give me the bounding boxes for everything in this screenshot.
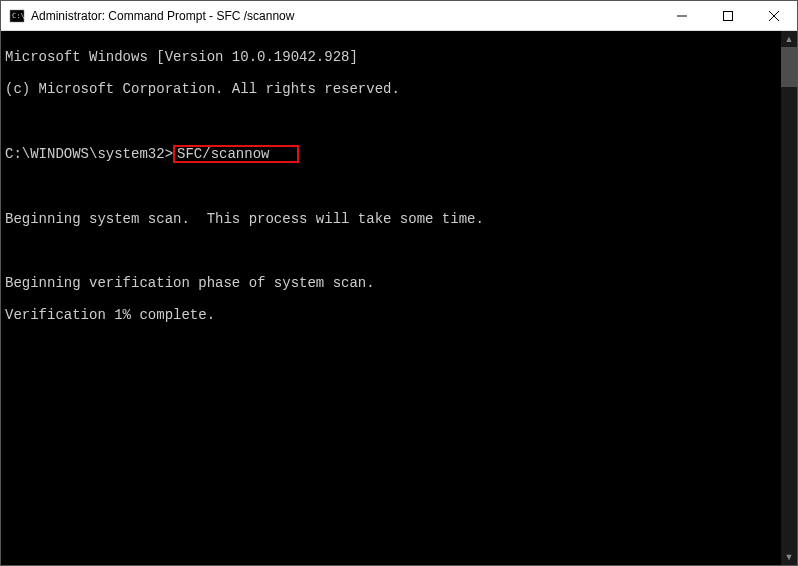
output-line: Beginning verification phase of system s… (5, 275, 777, 291)
maximize-button[interactable] (705, 1, 751, 30)
command-text: SFC/scannow (177, 146, 269, 162)
close-button[interactable] (751, 1, 797, 30)
blank-line (5, 243, 777, 259)
titlebar: C:\ Administrator: Command Prompt - SFC … (1, 1, 797, 31)
prompt-line: C:\WINDOWS\system32>SFC/scannow (5, 145, 777, 163)
app-icon: C:\ (9, 8, 25, 24)
command-prompt-window: C:\ Administrator: Command Prompt - SFC … (0, 0, 798, 566)
vertical-scrollbar[interactable]: ▲ ▼ (781, 31, 797, 565)
scrollbar-thumb[interactable] (781, 47, 797, 87)
blank-line (5, 113, 777, 129)
scrollbar-down-arrow[interactable]: ▼ (781, 549, 797, 565)
terminal-content: Microsoft Windows [Version 10.0.19042.92… (1, 31, 781, 565)
output-line: (c) Microsoft Corporation. All rights re… (5, 81, 777, 97)
output-line: Verification 1% complete. (5, 307, 777, 323)
svg-text:C:\: C:\ (12, 12, 25, 20)
terminal-area[interactable]: Microsoft Windows [Version 10.0.19042.92… (1, 31, 797, 565)
window-controls (659, 1, 797, 30)
output-line: Beginning system scan. This process will… (5, 211, 777, 227)
window-title: Administrator: Command Prompt - SFC /sca… (31, 9, 659, 23)
blank-line (5, 179, 777, 195)
svg-rect-3 (724, 11, 733, 20)
command-highlight: SFC/scannow (173, 145, 299, 163)
prompt-text: C:\WINDOWS\system32> (5, 146, 173, 162)
minimize-button[interactable] (659, 1, 705, 30)
scrollbar-up-arrow[interactable]: ▲ (781, 31, 797, 47)
output-line: Microsoft Windows [Version 10.0.19042.92… (5, 49, 777, 65)
